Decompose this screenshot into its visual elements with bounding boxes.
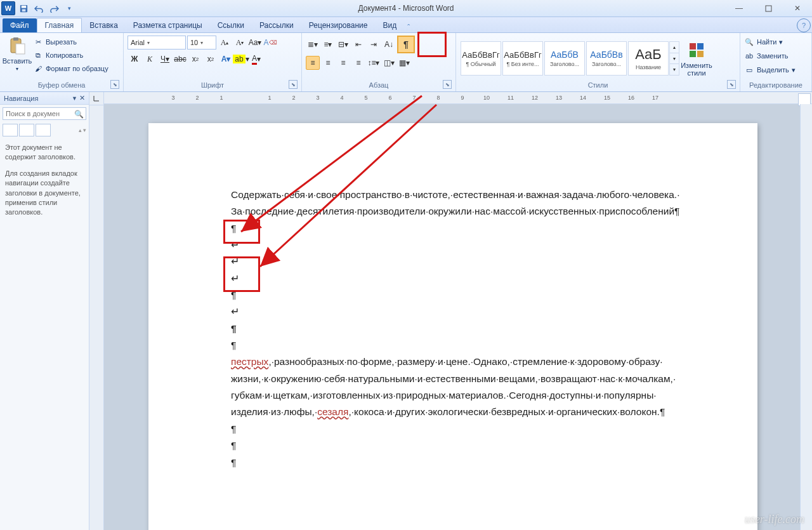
numbering-icon[interactable]: ≡▾ (321, 37, 335, 51)
tab-insert[interactable]: Вставка (82, 18, 126, 32)
styles-group-title: Стили (588, 81, 608, 89)
superscript-button[interactable]: x2 (204, 52, 218, 66)
underline-button[interactable]: Ч▾ (158, 52, 172, 66)
find-button[interactable]: 🔍Найти▾ (744, 36, 796, 48)
minimize-button[interactable]: — (724, 1, 754, 15)
styles-up-icon[interactable]: ▴ (670, 42, 679, 53)
horizontal-ruler[interactable]: 3211234567891011121314151617 (104, 92, 812, 104)
show-hide-formatting-button[interactable]: ¶ (397, 36, 415, 53)
align-left-icon[interactable]: ≡ (306, 56, 320, 70)
font-group-title: Шрифт (201, 81, 224, 89)
grow-font-icon[interactable]: A▴ (218, 36, 232, 50)
select-button[interactable]: ▭Выделить▾ (744, 63, 796, 76)
bold-button[interactable]: Ж (128, 52, 141, 66)
tab-mailings[interactable]: Рассылки (252, 18, 301, 32)
tab-view[interactable]: Вид (375, 18, 404, 32)
style-heading1[interactable]: АаБбВЗаголово... (544, 41, 585, 76)
paragraph-launcher-icon[interactable]: ⬊ (443, 80, 452, 89)
style-title[interactable]: АаБНазвание (628, 41, 669, 76)
highlight-icon[interactable]: ab▾ (234, 52, 248, 66)
sort-icon[interactable]: A↓ (382, 37, 396, 51)
borders-icon[interactable]: ▦▾ (397, 56, 411, 70)
align-right-icon[interactable]: ≡ (336, 56, 350, 70)
clear-formatting-icon[interactable]: A⌫ (263, 36, 277, 50)
paste-label: Вставить (3, 57, 32, 65)
align-center-icon[interactable]: ≡ (321, 56, 335, 70)
text-effects-icon[interactable]: A▾ (219, 52, 233, 66)
line-spacing-icon[interactable]: ↕≡▾ (367, 56, 381, 70)
vertical-ruler (89, 92, 104, 530)
navigation-title: Навигация (4, 95, 38, 102)
font-color-icon[interactable]: A▾ (249, 52, 263, 66)
style-no-spacing[interactable]: АаБбВвГг¶ Без инте... (502, 41, 543, 76)
font-launcher-icon[interactable]: ⬊ (289, 80, 298, 89)
minimize-ribbon-icon[interactable]: ˆ (404, 23, 413, 32)
nav-close-icon[interactable]: ✕ (79, 94, 85, 102)
svg-rect-1 (21, 5, 26, 8)
app-icon[interactable]: W (1, 1, 15, 15)
italic-button[interactable]: К (143, 52, 157, 66)
tab-page-layout[interactable]: Разметка страницы (126, 18, 210, 32)
copy-button[interactable]: ⧉Копировать (33, 49, 108, 62)
qat-customize-icon[interactable]: ▾ (62, 1, 76, 15)
replace-button[interactable]: abЗаменить (744, 50, 796, 62)
cut-button[interactable]: ✂Вырезать (33, 36, 108, 48)
nav-view-headings[interactable] (3, 124, 18, 136)
nav-prev-icon[interactable]: ▴ (79, 127, 82, 133)
nav-view-results[interactable] (36, 124, 51, 136)
nav-dropdown-icon[interactable]: ▼ (72, 95, 77, 102)
paste-button[interactable]: Вставить ▾ (4, 36, 30, 72)
svg-rect-5 (13, 37, 18, 41)
navigation-pane: Навигация ▼✕ 🔍 ▴ ▾ Этот документ не соде… (0, 92, 89, 530)
style-normal[interactable]: АаБбВвГг¶ Обычный (461, 41, 501, 76)
svg-rect-10 (697, 51, 704, 57)
nav-message-1: Этот документ не содержит заголовков. (5, 143, 84, 162)
maximize-button[interactable] (754, 1, 783, 15)
watermark: user-life.com (745, 513, 804, 526)
clipboard-group-title: Буфер обмена (38, 81, 86, 89)
window-title: Документ4 - Microsoft Word (358, 4, 454, 13)
shading-icon[interactable]: ◫▾ (382, 56, 396, 70)
change-case-icon[interactable]: Aa▾ (248, 36, 262, 50)
close-button[interactable]: ✕ (783, 1, 812, 15)
format-painter-button[interactable]: 🖌Формат по образцу (33, 62, 108, 75)
styles-more-icon[interactable]: ▾ (670, 63, 679, 75)
increase-indent-icon[interactable]: ⇥ (367, 37, 381, 51)
tab-review[interactable]: Рецензирование (301, 18, 376, 32)
ribbon-tabs: Файл Главная Вставка Разметка страницы С… (0, 17, 812, 33)
document-page[interactable]: Содержать·себя·и·свое·пространство·в·чис… (148, 123, 757, 530)
svg-rect-3 (766, 6, 771, 11)
styles-down-icon[interactable]: ▾ (670, 53, 679, 64)
tab-selector-icon[interactable] (89, 92, 103, 105)
tab-references[interactable]: Ссылки (210, 18, 252, 32)
undo-icon[interactable] (32, 1, 46, 15)
tab-file[interactable]: Файл (3, 18, 37, 32)
paragraph-group-title: Абзац (369, 81, 389, 89)
redo-icon[interactable] (47, 1, 61, 15)
justify-icon[interactable]: ≡ (351, 56, 365, 70)
change-styles-button[interactable]: Изменить стили (683, 40, 710, 77)
help-icon[interactable]: ? (797, 18, 811, 32)
subscript-button[interactable]: x2 (188, 52, 202, 66)
bullets-icon[interactable]: ≣▾ (306, 37, 320, 51)
search-icon[interactable]: 🔍 (74, 110, 84, 119)
vertical-scrollbar[interactable] (800, 104, 812, 530)
decrease-indent-icon[interactable]: ⇤ (351, 37, 365, 51)
clipboard-launcher-icon[interactable]: ⬊ (110, 80, 119, 89)
font-size-dropdown[interactable]: 10▾ (187, 36, 216, 50)
tab-home[interactable]: Главная (37, 18, 82, 32)
svg-rect-9 (690, 51, 696, 57)
svg-rect-8 (697, 43, 704, 50)
nav-message-2: Для создания вкладок навигации создайте … (5, 169, 84, 218)
style-heading2[interactable]: АаБбВвЗаголово... (586, 41, 627, 76)
nav-view-pages[interactable] (19, 124, 34, 136)
styles-launcher-icon[interactable]: ⬊ (727, 80, 736, 89)
shrink-font-icon[interactable]: A▾ (233, 36, 247, 50)
ribbon: Вставить ▾ ✂Вырезать ⧉Копировать 🖌Формат… (0, 33, 812, 92)
multilevel-list-icon[interactable]: ⊟▾ (336, 37, 350, 51)
nav-next-icon[interactable]: ▾ (83, 127, 86, 133)
save-icon[interactable] (16, 1, 30, 15)
font-name-dropdown[interactable]: Arial▾ (128, 36, 186, 50)
svg-rect-7 (690, 43, 696, 50)
strikethrough-button[interactable]: abc (173, 52, 187, 66)
